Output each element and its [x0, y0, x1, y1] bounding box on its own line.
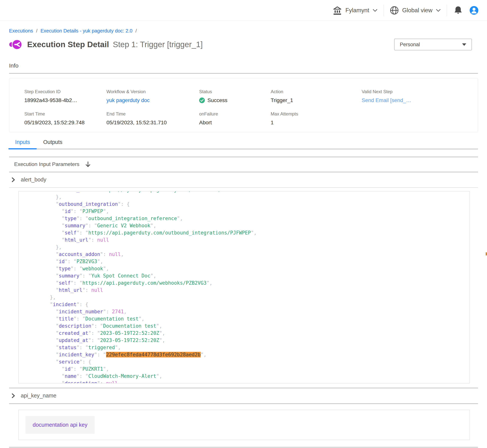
params-heading: Execution Input Parameters: [14, 161, 80, 167]
chevron-down-icon: [373, 9, 378, 12]
notifications-button[interactable]: [454, 6, 463, 15]
field-label: Max Attempts: [271, 111, 362, 117]
tab-list: InputsOutputs: [8, 137, 478, 149]
main-content: Executions / Execution Details - yuk pag…: [0, 28, 487, 448]
code-line: "updated_at": "2023-05-19T22:52:20Z",: [26, 337, 470, 344]
section-divider: [9, 73, 478, 74]
download-arrow-icon: [85, 161, 91, 168]
param-row-label: alert_body: [21, 176, 46, 183]
param-row-api-key-name[interactable]: api_key_name: [9, 388, 478, 403]
info-field-valid-next-step: Valid Next StepSend Email [send_…: [362, 89, 466, 103]
field-label: Step Execution ID: [24, 89, 106, 94]
code-line: "incident_number": 2741,: [26, 308, 470, 315]
info-field-start-time: Start Time05/19/2023, 15:52:29.748: [24, 111, 106, 126]
info-field-onfailure: onFailureAbort: [199, 111, 271, 126]
breadcrumb-link-executions[interactable]: Executions: [9, 28, 33, 34]
workflow-link[interactable]: yuk pagerduty doc: [106, 97, 150, 103]
chevron-down-icon: [436, 9, 441, 12]
code-line: "summary": "Generic V2 Webhook",: [26, 222, 470, 229]
code-line: "description": "Documentation test",: [26, 322, 470, 329]
json-code: "html_url": "https://fylamynt.pagerduty.…: [19, 191, 470, 384]
info-field-workflow-version: Workflow & Versionyuk pagerduty doc: [106, 89, 199, 103]
field-value: 1: [271, 120, 274, 126]
code-line: "self": "https://api.pagerduty.com/webho…: [26, 279, 470, 287]
code-line: "created_at": "2023-05-19T22:52:20Z",: [26, 329, 470, 337]
code-line: "self": "https://api.pagerduty.com/outbo…: [26, 229, 470, 236]
param-row-alert-body[interactable]: alert_body: [9, 172, 478, 187]
code-line: "incident": {: [26, 301, 470, 308]
globe-icon: [390, 6, 399, 15]
tab-outputs[interactable]: Outputs: [37, 137, 69, 149]
field-label: Status: [199, 89, 271, 94]
field-label: onFailure: [199, 111, 271, 117]
field-label: Workflow & Version: [106, 89, 199, 94]
avatar-icon: [469, 6, 479, 15]
next-step-link[interactable]: Send Email [send_…: [362, 97, 411, 103]
info-field-max-attempts: Max Attempts1: [271, 111, 362, 126]
find-match-scrollbar-marker: [486, 252, 487, 256]
status-text: Success: [207, 97, 227, 103]
field-label: Valid Next Step: [362, 89, 466, 94]
view-name: Global view: [402, 7, 432, 14]
header-divider: [447, 5, 447, 16]
info-section-heading: Info: [9, 63, 478, 69]
row-divider: [9, 187, 478, 188]
chevron-right-icon: [11, 177, 16, 183]
code-line: "outbound_integration": {: [26, 200, 470, 208]
org-name: Fylamynt: [345, 7, 369, 14]
view-switcher[interactable]: Global view: [387, 6, 443, 15]
code-line: "id": "PUZKRT1",: [26, 365, 470, 373]
code-line: "status": "triggered",: [26, 344, 470, 351]
code-line: "service": {: [26, 358, 470, 365]
param-row-label: api_key_name: [21, 392, 57, 399]
breadcrumb: Executions / Execution Details - yuk pag…: [9, 28, 478, 34]
breadcrumb-link-execution-details[interactable]: Execution Details - yuk pagerduty doc: 2…: [41, 28, 132, 34]
page-title: Execution Step Detail: [27, 40, 109, 49]
info-field-action: ActionTrigger_1: [271, 89, 362, 103]
execution-input-parameters-header: Execution Input Parameters: [9, 157, 478, 172]
field-value: Trigger_1: [271, 97, 293, 103]
info-field-step-execution-id: Step Execution ID18992a43-9538-4b2…: [24, 89, 106, 103]
code-line: "id": "PZB2VG3",: [26, 258, 470, 265]
breadcrumb-separator: /: [36, 28, 37, 34]
code-line: "type": "webhook",: [26, 265, 470, 272]
code-line: },: [26, 294, 470, 301]
code-line: "name": "CloudWatch-Memory-Alert",: [26, 373, 470, 380]
success-check-icon: [199, 97, 205, 103]
info-field-status: StatusSuccess: [199, 89, 271, 103]
code-line: "summary": "Yuk Spot Connect Doc",: [26, 272, 470, 279]
top-navigation-bar: Fylamynt Global view: [0, 0, 487, 21]
info-grid: Step Execution ID18992a43-9538-4b2…Workf…: [24, 89, 466, 126]
scope-select[interactable]: Personal: [394, 39, 472, 50]
code-line: },: [26, 244, 470, 251]
user-avatar-button[interactable]: [469, 6, 479, 15]
tab-inputs[interactable]: Inputs: [8, 137, 37, 149]
api-key-name-chip: documentation api key: [25, 416, 95, 434]
code-line: "type": "outbound_integration_reference"…: [26, 215, 470, 222]
info-field-end-time: End Time05/19/2023, 15:52:31.710: [106, 111, 199, 126]
code-line: "id": "PJFWPEP",: [26, 208, 470, 215]
download-parameters-button[interactable]: [85, 161, 91, 168]
bell-icon: [454, 6, 463, 15]
bank-icon: [333, 6, 342, 15]
field-label: Action: [271, 89, 362, 94]
org-switcher[interactable]: Fylamynt: [330, 6, 380, 15]
field-value: 18992a43-9538-4b2…: [24, 97, 77, 103]
field-value: 05/19/2023, 15:52:31.710: [106, 120, 167, 126]
code-line: "html_url": null: [26, 287, 470, 294]
api-key-name-value-box: documentation api key: [18, 410, 470, 440]
workflow-step-icon: [9, 38, 22, 51]
breadcrumb-separator: /: [135, 28, 137, 34]
field-value: Abort: [199, 120, 212, 126]
info-card: Step Execution ID18992a43-9538-4b2…Workf…: [9, 78, 478, 132]
field-label: End Time: [106, 111, 199, 117]
code-line: "title": "Documentation test",: [26, 315, 470, 322]
scope-select-value: Personal: [400, 42, 420, 48]
page-subtitle: Step 1: Trigger [trigger_1]: [113, 40, 203, 49]
alert-body-json-viewer[interactable]: "html_url": "https://fylamynt.pagerduty.…: [18, 191, 470, 384]
row-divider: [9, 403, 478, 404]
field-label: Start Time: [24, 111, 106, 117]
field-value: 05/19/2023, 15:52:29.748: [24, 120, 85, 126]
code-line: "description": null,: [26, 380, 470, 384]
dropdown-arrow-icon: [462, 43, 466, 46]
